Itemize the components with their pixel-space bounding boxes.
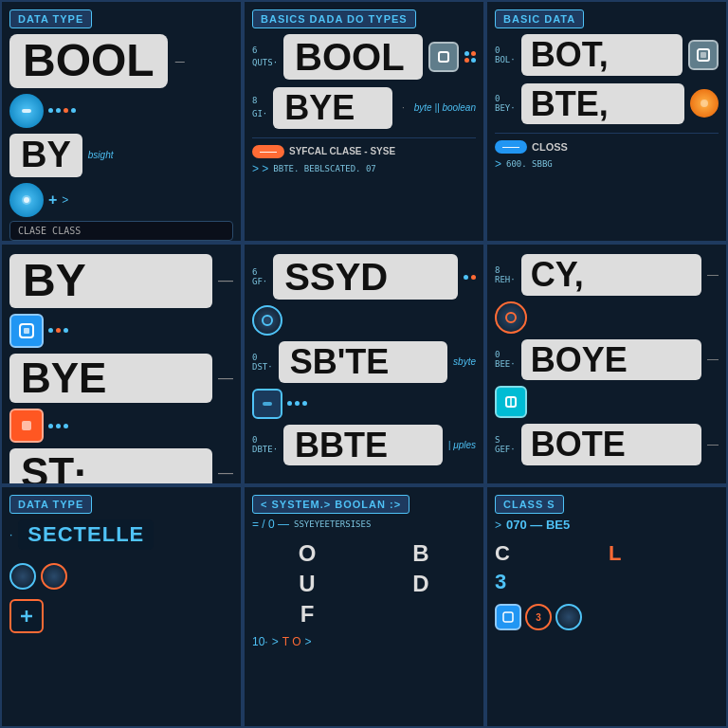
bote-row-6: SGEF· BOTE — [495, 424, 719, 465]
bool-meta-2: 6QUTS· [252, 45, 278, 70]
orange-badge-2: —— [252, 145, 284, 158]
bbte-sub-5: | μples [448, 440, 476, 450]
arrow-3: > [495, 157, 501, 171]
sectelle-row-7: · SECTELLE [9, 519, 233, 550]
blue-circle-icon-2 [9, 183, 44, 217]
bool-text-2: BOOL [283, 34, 423, 80]
sq-icon-5b [252, 389, 282, 419]
sbte-meta-5: 0DST· [252, 353, 273, 372]
code-2: BBTE. BEBLSCATED. 07 [273, 164, 375, 173]
letter-3-9: 3 [495, 570, 605, 594]
blue-badge-3: —— [495, 140, 527, 154]
sym-row-8: 10· > T O > [252, 635, 476, 648]
st-text-4: ST· [9, 448, 212, 485]
svg-rect-11 [263, 402, 272, 406]
panel-top-right: BASIC DATA 0BOL· BOT, 0BEY· BTE, —— CLOS… [485, 0, 728, 243]
letter-L-9: L [609, 541, 719, 566]
class-label-1: CLASE CLASS [18, 226, 81, 236]
dark-circle-7a [9, 563, 36, 590]
icon-row-6b [495, 386, 719, 418]
cross-icon-7 [9, 599, 44, 633]
panel-label-1: DATA TYPE [9, 9, 92, 28]
icon-row-5b [252, 389, 476, 419]
cross-row-7 [9, 599, 233, 633]
cy-meta-6: 8REH· [495, 265, 516, 284]
bye-dot-2: · [398, 102, 409, 113]
dots-1 [48, 108, 76, 113]
svg-rect-8 [24, 328, 29, 334]
svg-point-6 [701, 100, 708, 107]
sym-2-8: > [272, 635, 279, 648]
bbte-meta-5: 0DBTE· [252, 435, 278, 454]
by-row-1: BY bsight [9, 134, 233, 177]
panel-bottom-left: DATA TYPE · SECTELLE [0, 485, 243, 728]
arrow-2: > > [252, 162, 268, 175]
bote-text-6: BOTE [521, 424, 701, 465]
gray-sq-icon-3 [688, 40, 719, 70]
bye-text-2: BYE [273, 87, 392, 129]
dash-6c: — [707, 438, 719, 451]
panel-middle-center: 6GF· SSYD 0DST· SB'TE sbyte [243, 243, 485, 485]
dark-circle-9 [555, 604, 582, 630]
by-text-1: BY [9, 134, 82, 177]
dash-4b: — [218, 370, 233, 387]
bye-text-4: BYE [9, 354, 212, 403]
icon-row-4b [9, 409, 233, 443]
panel-label-9: CLASS S [495, 495, 564, 514]
closs-text-3: CLOSS [532, 141, 568, 153]
code-8: SSYEYEETERSISES [294, 519, 371, 529]
icon-row-6 [495, 301, 719, 334]
sbte-text-5: SB'TE [279, 341, 447, 383]
bye-row-2: 8GI· BYE · byte || boolean [252, 87, 476, 129]
dots-5 [464, 275, 476, 280]
panel-middle-right: 8REH· CY, — 0BEE· BOYE — SGEF· BOTE — [485, 243, 728, 485]
bot-row-3: 0BOL· BOT, [495, 34, 719, 76]
letter-B-8: B [366, 540, 476, 567]
panel-label-2: BASICS DADA DO TYPES [252, 9, 416, 28]
cy-row-6: 8REH· CY, — [495, 254, 719, 296]
svg-rect-9 [22, 421, 31, 430]
panel-bottom-right: CLASS S > 070 — BE5 C L 3 3 [485, 485, 728, 728]
sub-row-3: > 600. SBBG [495, 157, 719, 171]
dots-2 [464, 51, 476, 63]
orange-circle-3 [690, 89, 719, 118]
sub-row-2: > > BBTE. BEBLSCATED. 07 [252, 162, 476, 175]
dark-circle-5 [252, 305, 282, 336]
boye-text-6: BOYE [521, 339, 701, 381]
bool-text-1: BOOL [9, 34, 168, 88]
icon-row-2: + > [9, 183, 233, 217]
bot-meta-3: 0BOL· [495, 46, 516, 64]
arrow-9: > [495, 519, 501, 532]
panel-top-left: DATA TYPE BOOL — BY bsight + > [0, 0, 243, 243]
letter-D-8: D [366, 571, 476, 597]
bye-meta-2: 8GI· [252, 95, 267, 120]
svg-rect-17 [503, 612, 513, 622]
panel-bottom-center: < SYSTEM.> BOOLAN :> = / 0 — SSYEYEETERS… [243, 485, 485, 728]
sbte-sub-5: sbyte [453, 356, 476, 367]
code-3: 600. SBBG [506, 159, 553, 169]
circle-num-9: 3 [536, 612, 541, 623]
bool-row-2: 6QUTS· BOOL [252, 34, 476, 80]
class-text-2: SYFCAL CLASE - SYSE [289, 146, 395, 156]
class-row-2: —— SYFCAL CLASE - SYSE [252, 145, 476, 158]
circle-9: 3 [525, 604, 552, 630]
bte-meta-3: 0BEY· [495, 94, 516, 113]
boye-row-6: 0BEE· BOYE — [495, 339, 719, 381]
plus-deco-1: + [48, 191, 57, 209]
sbte-row-5: 0DST· SB'TE sbyte [252, 341, 476, 383]
bte-row-3: 0BEY· BTE, [495, 83, 719, 125]
bot-text-3: BOT, [521, 34, 682, 76]
bye-row-4: BYE — [9, 354, 233, 403]
070-row-9: > 070 — BE5 [495, 518, 719, 532]
teal-sq-icon-6 [495, 386, 527, 418]
by-text-4: BY [9, 254, 212, 308]
bote-meta-6: SGEF· [495, 435, 516, 454]
ssyd-row-5: 6GF· SSYD [252, 254, 476, 300]
main-grid: DATA TYPE BOOL — BY bsight + > [0, 0, 728, 728]
letters-grid-9: C L 3 [495, 541, 719, 594]
orange-sq-icon-4 [9, 409, 44, 443]
bte-text-3: BTE, [521, 83, 684, 125]
svg-rect-3 [439, 52, 448, 62]
dark-circle-6 [495, 301, 527, 334]
dash-6b: — [707, 353, 719, 366]
